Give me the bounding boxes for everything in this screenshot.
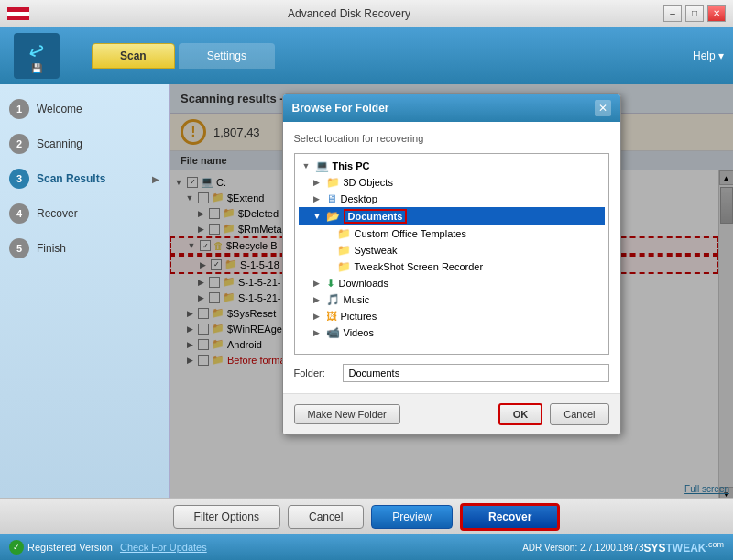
sidebar: 1 Welcome 2 Scanning 3 Scan Results ▶ 4 … [0,84,170,498]
ftree-item-customoffice[interactable]: 📁 Custom Office Templates [299,225,605,242]
sidebar-item-recover[interactable]: 4 Recover [0,196,169,231]
folder-icon: 📹 [326,326,340,339]
registered-status: ✓ Registered Version [9,540,113,555]
ftree-item-pictures[interactable]: ▶ 🖼 Pictures [299,308,605,324]
dialog-btn-row: Make New Folder OK Cancel [283,393,620,434]
sys-text: SYS [643,542,665,555]
systweak-logo: SYSTWEAK.com [643,540,724,555]
expand-icon: ▼ [313,212,326,221]
expand-icon: ▶ [313,194,326,203]
folder-icon: 🖼 [326,310,337,323]
sidebar-item-scan-results[interactable]: 3 Scan Results ▶ [0,161,169,196]
dialog-subtitle: Select location for recovering [294,133,609,144]
ftree-label-desktop: Desktop [341,193,377,204]
ftree-item-3dobjects[interactable]: ▶ 📁 3D Objects [299,174,605,191]
version-text: ADR Version: 2.7.1200.18473 [522,543,643,553]
bottom-bar: Filter Options Cancel Preview Recover [0,498,733,534]
status-bar: ✓ Registered Version Check For Updates A… [0,534,733,560]
sidebar-label-welcome: Welcome [37,103,82,115]
ftree-label-tweakshot: TweakShot Screen Recorder [355,261,484,272]
maximize-button[interactable]: □ [685,5,704,22]
status-left: ✓ Registered Version Check For Updates [9,540,207,555]
cancel-dialog-button[interactable]: Cancel [550,403,608,425]
recover-button[interactable]: Recover [460,503,560,531]
ftree-label-pictures: Pictures [341,311,377,322]
folder-icon: 📁 [326,176,340,189]
folder-icon: 🖥 [326,192,337,205]
sidebar-arrow-3: ▶ [152,174,159,184]
ftree-item-documents[interactable]: ▼ 📂 Documents [299,207,605,225]
sidebar-item-welcome[interactable]: 1 Welcome [0,92,169,126]
cancel-button[interactable]: Cancel [288,505,364,529]
ftree-item-desktop[interactable]: ▶ 🖥 Desktop [299,191,605,207]
folder-label: Folder: [294,368,335,379]
folder-icon: 📁 [337,227,351,240]
dialog-title: Browse For Folder [292,102,389,115]
expand-icon: ▶ [313,328,326,337]
folder-tree[interactable]: ▼ 💻 This PC ▶ 📁 3D Objects ▶ [294,153,609,355]
sidebar-label-recover: Recover [37,207,78,220]
tweak-text: TWEAK [665,542,706,555]
folder-icon: 📁 [337,244,351,257]
ftree-label-thispc: This PC [333,160,370,171]
folder-icon: 📂 [326,210,340,223]
ftree-label-videos: Videos [344,327,374,338]
sidebar-num-3: 3 [9,169,29,189]
app-logo: ↩ 💾 [9,31,64,82]
expand-icon: ▶ [313,279,326,288]
ftree-label-downloads: Downloads [339,278,388,289]
expand-icon: ▶ [313,178,326,187]
ok-button[interactable]: OK [498,403,543,425]
window-title: Advanced Disk Recovery [35,7,663,20]
filter-options-button[interactable]: Filter Options [173,505,280,529]
expand-icon: ▼ [302,161,315,170]
preview-button[interactable]: Preview [371,505,453,529]
registered-text: Registered Version [27,542,113,553]
ftree-item-music[interactable]: ▶ 🎵 Music [299,291,605,308]
dialog-body: Select location for recovering ▼ 💻 This … [283,122,620,393]
ftree-item-downloads[interactable]: ▶ ⬇ Downloads [299,275,605,291]
ftree-label-3dobjects: 3D Objects [344,177,393,188]
ftree-label-music: Music [344,294,370,305]
dialog-close-button[interactable]: ✕ [595,100,611,116]
expand-icon: ▶ [313,295,326,304]
sidebar-num-5: 5 [9,238,29,258]
content-area: Scanning results - ! 1,807,43 File name … [170,84,733,498]
window-controls[interactable]: – □ ✕ [663,5,726,22]
title-bar: Advanced Disk Recovery – □ ✕ [0,0,733,27]
sidebar-num-2: 2 [9,134,29,154]
dialog-overlay: Browse For Folder ✕ Select location for … [170,84,733,498]
tab-settings[interactable]: Settings [179,43,275,69]
pc-icon: 💻 [315,159,329,172]
ftree-label-customoffice: Custom Office Templates [355,228,466,239]
ftree-label-systweak: Systweak [355,245,398,256]
sidebar-label-finish: Finish [37,242,66,255]
make-new-folder-button[interactable]: Make New Folder [294,404,400,424]
flag-icon [7,7,29,20]
ftree-item-tweakshot[interactable]: 📁 TweakShot Screen Recorder [299,258,605,275]
dialog-title-bar: Browse For Folder ✕ [283,94,620,122]
tab-scan[interactable]: Scan [92,43,175,69]
close-button[interactable]: ✕ [707,5,726,22]
check-icon: ✓ [9,540,24,555]
ftree-item-videos[interactable]: ▶ 📹 Videos [299,324,605,341]
expand-icon: ▶ [313,312,326,321]
help-button[interactable]: Help ▾ [693,49,724,62]
sidebar-num-4: 4 [9,203,29,224]
sidebar-item-scanning[interactable]: 2 Scanning [0,126,169,161]
minimize-button[interactable]: – [663,5,682,22]
check-updates-link[interactable]: Check For Updates [120,542,207,553]
sidebar-label-scanning: Scanning [37,137,82,150]
browse-folder-dialog: Browse For Folder ✕ Select location for … [282,93,621,435]
logo-icon: ↩ 💾 [14,33,60,79]
ftree-label-documents: Documents [344,209,408,224]
sidebar-item-finish[interactable]: 5 Finish [0,231,169,266]
toolbar: ↩ 💾 Scan Settings Help ▾ [0,27,733,84]
folder-icon: ⬇ [326,277,335,290]
toolbar-tabs: Scan Settings [92,43,275,69]
ftree-item-thispc[interactable]: ▼ 💻 This PC [299,158,605,174]
folder-input[interactable] [343,364,609,382]
sidebar-num-1: 1 [9,99,29,119]
ftree-item-systweak[interactable]: 📁 Systweak [299,242,605,258]
folder-icon: 🎵 [326,293,340,306]
